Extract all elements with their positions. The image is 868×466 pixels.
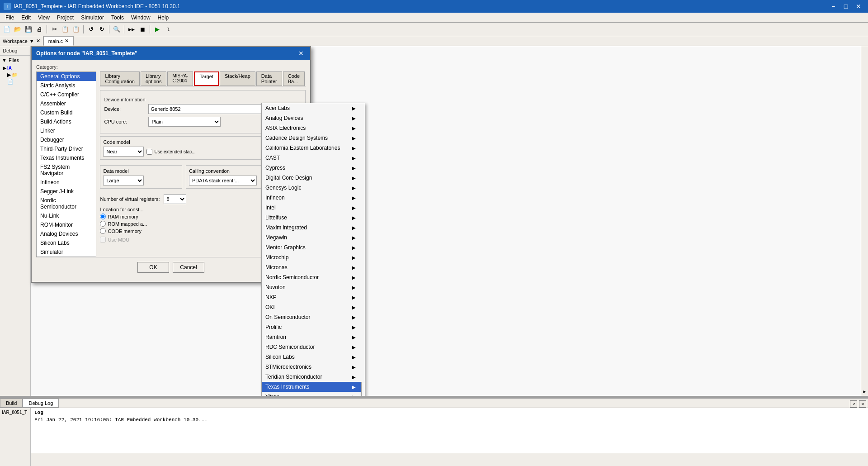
menu-item-nordic[interactable]: Nordic Semiconductor▶ — [262, 272, 365, 282]
cat-item-nulink[interactable]: Nu-Link — [37, 211, 96, 220]
submenu-cc11xx[interactable]: CC11xx▶ — [362, 392, 365, 396]
menu-item-intel[interactable]: Intel▶ — [262, 203, 365, 213]
menu-item-asix[interactable]: ASIX Electronics▶ — [262, 123, 365, 133]
cat-item-custom[interactable]: Custom Build — [37, 108, 96, 117]
menu-item-teridian[interactable]: Teridian Semiconductor▶ — [262, 372, 365, 382]
debug-run-button[interactable]: ▶ — [152, 24, 162, 34]
cat-item-linker[interactable]: Linker — [37, 126, 96, 135]
menu-simulator[interactable]: Simulator — [77, 14, 108, 22]
scroll-arrow-right[interactable]: ► — [863, 389, 867, 394]
radio-rom-input[interactable] — [100, 221, 106, 227]
menu-edit[interactable]: Edit — [18, 14, 34, 22]
tab-misra[interactable]: MISRA-C:2004 — [167, 71, 193, 86]
use-mdu-checkbox[interactable] — [100, 237, 106, 243]
cat-item-analog[interactable]: Analog Devices — [37, 229, 96, 238]
menu-item-ramtron[interactable]: Ramtron▶ — [262, 332, 365, 342]
ok-button[interactable]: OK — [137, 262, 169, 273]
menu-item-cast[interactable]: CAST▶ — [262, 153, 365, 163]
copy-button[interactable]: 📋 — [60, 24, 70, 34]
cat-item-cpp[interactable]: C/C++ Compiler — [37, 90, 96, 99]
cancel-button[interactable]: Cancel — [173, 262, 204, 273]
tree-item-sub1[interactable]: ▶ 📁 — [2, 71, 28, 78]
cat-item-silicon[interactable]: Silicon Labs — [37, 238, 96, 247]
menu-item-genesys[interactable]: Genesys Logic▶ — [262, 183, 365, 193]
menu-item-littelfuse[interactable]: Littelfuse▶ — [262, 213, 365, 223]
new-file-button[interactable]: 📄 — [2, 24, 12, 34]
menu-item-analog[interactable]: Analog Devices▶ — [262, 113, 365, 123]
virtual-registers-select[interactable]: 8 — [164, 194, 186, 204]
print-button[interactable]: 🖨 — [34, 24, 44, 34]
redo-button[interactable]: ↻ — [97, 24, 107, 34]
step-over-button[interactable]: ⤵ — [163, 24, 173, 34]
submenu-tusb3410[interactable]: tusb3410▶ — [362, 382, 365, 392]
bottom-close-button[interactable]: ✕ — [859, 400, 866, 408]
file-tab-close-icon[interactable]: ✕ — [65, 38, 69, 44]
paste-button[interactable]: 📋 — [71, 24, 81, 34]
stop-button[interactable]: ◼ — [137, 24, 147, 34]
calling-convention-select[interactable]: PDATA stack reentr... — [189, 176, 257, 185]
cat-item-build[interactable]: Build Actions — [37, 117, 96, 126]
code-model-select[interactable]: Near — [103, 147, 144, 157]
menu-item-digital[interactable]: Digital Core Design▶ — [262, 173, 365, 183]
workspace-close-icon[interactable]: ✕ — [36, 38, 40, 44]
btab-build[interactable]: Build — [0, 399, 23, 408]
tab-stackheap[interactable]: Stack/Heap — [220, 71, 255, 86]
menu-item-onsemi[interactable]: On Semiconductor▶ — [262, 312, 365, 322]
right-scrollbar[interactable]: ► — [861, 46, 868, 396]
tab-codeba[interactable]: Code Ba... — [283, 71, 305, 86]
menu-item-maxim[interactable]: Maxim integrated▶ — [262, 223, 365, 233]
cat-item-debugger[interactable]: Debugger — [37, 135, 96, 144]
menu-item-oki[interactable]: OKI▶ — [262, 302, 365, 312]
btab-debuglog[interactable]: Debug Log — [23, 399, 59, 408]
menu-item-acer[interactable]: Acer Labs▶ — [262, 103, 365, 113]
cat-item-rom[interactable]: ROM-Monitor — [37, 220, 96, 229]
menu-project[interactable]: Project — [53, 14, 77, 22]
maximize-button[interactable]: □ — [840, 2, 852, 11]
menu-item-texas[interactable]: Texas Instruments▶ tusb3410▶ CC11xx▶ CC2… — [262, 382, 365, 392]
tab-library-options[interactable]: Library options — [141, 71, 166, 86]
menu-window[interactable]: Window — [127, 14, 154, 22]
tab-target[interactable]: Target — [194, 71, 219, 86]
undo-button[interactable]: ↺ — [86, 24, 96, 34]
cat-item-fs2[interactable]: FS2 System Navigator — [37, 162, 96, 178]
find-button[interactable]: 🔍 — [112, 24, 122, 34]
workspace-dropdown-icon[interactable]: ▼ — [29, 38, 34, 44]
minimize-button[interactable]: − — [827, 2, 839, 11]
menu-item-mentor[interactable]: Mentor Graphics▶ — [262, 243, 365, 252]
cat-item-infineon[interactable]: Infineon — [37, 178, 96, 187]
cpu-select[interactable]: Plain — [148, 117, 221, 127]
menu-item-cadence[interactable]: Cadence Design Systems▶ — [262, 133, 365, 143]
menu-view[interactable]: View — [34, 14, 53, 22]
tab-library-config[interactable]: Library Configuration — [100, 71, 139, 86]
tree-item-root[interactable]: ▶ IA — [2, 65, 28, 71]
cat-item-assembler[interactable]: Assembler — [37, 99, 96, 108]
radio-ram-input[interactable] — [100, 214, 106, 219]
tab-datapointer[interactable]: Data Pointer — [256, 71, 282, 86]
menu-tools[interactable]: Tools — [108, 14, 127, 22]
data-model-select[interactable]: Large — [103, 176, 144, 185]
radio-code-input[interactable] — [100, 228, 106, 234]
menu-item-nxp[interactable]: NXP▶ — [262, 292, 365, 302]
cat-item-simulator[interactable]: Simulator — [37, 247, 96, 257]
cat-item-nordic[interactable]: Nordic Semiconductor — [37, 196, 96, 211]
file-tab-main[interactable]: main.c ✕ — [43, 36, 74, 46]
build-button[interactable]: ▶▶ — [127, 24, 137, 34]
modal-close-button[interactable]: ✕ — [297, 50, 306, 57]
close-window-button[interactable]: ✕ — [853, 2, 864, 11]
open-file-button[interactable]: 📂 — [13, 24, 23, 34]
menu-item-rdc[interactable]: RDC Semiconductor▶ — [262, 342, 365, 352]
menu-item-st[interactable]: STMicroelectronics▶ — [262, 362, 365, 372]
cat-item-segger[interactable]: Segger J-Link — [37, 187, 96, 196]
tree-item-sub2[interactable]: 📄 — [2, 78, 28, 85]
menu-item-silicon[interactable]: Silicon Labs▶ — [262, 352, 365, 362]
cat-item-texas[interactable]: Texas Instruments — [37, 153, 96, 162]
menu-item-nuvoton[interactable]: Nuvoton▶ — [262, 282, 365, 292]
menu-item-megawin[interactable]: Megawin▶ — [262, 233, 365, 243]
menu-item-microchip[interactable]: Microchip▶ — [262, 252, 365, 262]
extended-stack-checkbox[interactable] — [146, 149, 152, 155]
menu-item-micronas[interactable]: Micronas▶ — [262, 262, 365, 272]
cat-item-third[interactable]: Third-Party Driver — [37, 144, 96, 153]
menu-item-cypress[interactable]: Cypress▶ — [262, 163, 365, 173]
menu-item-california[interactable]: California Eastern Laboratories▶ — [262, 143, 365, 153]
cat-item-static[interactable]: Static Analysis — [37, 81, 96, 90]
